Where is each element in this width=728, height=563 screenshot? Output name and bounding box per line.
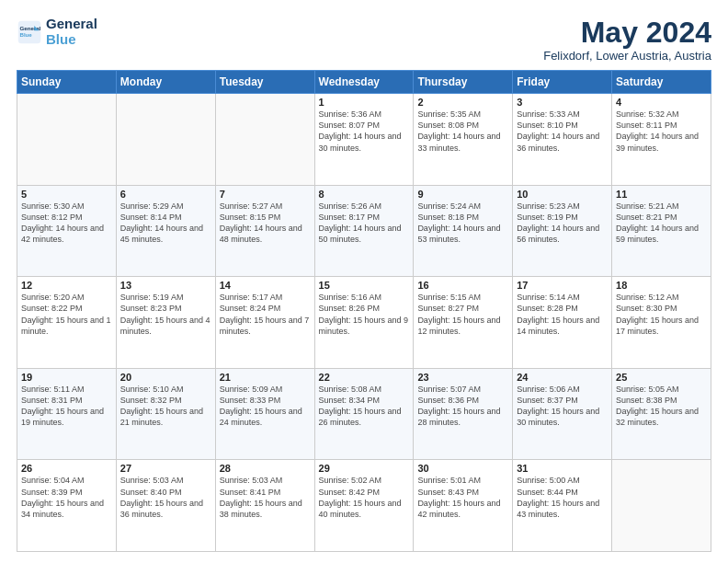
calendar-table: SundayMondayTuesdayWednesdayThursdayFrid… bbox=[17, 70, 711, 552]
day-info: Sunrise: 5:29 AMSunset: 8:14 PMDaylight:… bbox=[120, 201, 211, 246]
day-header-friday: Friday bbox=[513, 71, 612, 94]
title-block: May 2024 Felixdorf, Lower Austria, Austr… bbox=[543, 17, 711, 63]
calendar-cell: 13Sunrise: 5:19 AMSunset: 8:23 PMDayligh… bbox=[116, 277, 215, 369]
day-number: 26 bbox=[21, 463, 112, 474]
calendar-header-row: SundayMondayTuesdayWednesdayThursdayFrid… bbox=[17, 71, 711, 94]
day-number: 4 bbox=[616, 97, 707, 108]
calendar-cell: 1Sunrise: 5:36 AMSunset: 8:07 PMDaylight… bbox=[314, 94, 414, 186]
day-header-sunday: Sunday bbox=[17, 71, 117, 94]
day-number: 12 bbox=[21, 280, 112, 291]
calendar-cell: 19Sunrise: 5:11 AMSunset: 8:31 PMDayligh… bbox=[17, 368, 117, 460]
day-header-tuesday: Tuesday bbox=[215, 71, 314, 94]
day-number: 15 bbox=[319, 280, 410, 291]
calendar-cell: 4Sunrise: 5:32 AMSunset: 8:11 PMDaylight… bbox=[612, 94, 711, 186]
calendar-cell: 30Sunrise: 5:01 AMSunset: 8:43 PMDayligh… bbox=[414, 460, 513, 552]
day-info: Sunrise: 5:02 AMSunset: 8:42 PMDaylight:… bbox=[319, 475, 410, 520]
svg-text:Blue: Blue bbox=[20, 31, 33, 38]
day-header-wednesday: Wednesday bbox=[314, 71, 414, 94]
calendar-week-3: 12Sunrise: 5:20 AMSunset: 8:22 PMDayligh… bbox=[17, 277, 711, 369]
day-info: Sunrise: 5:04 AMSunset: 8:39 PMDaylight:… bbox=[21, 475, 112, 520]
calendar-cell: 21Sunrise: 5:09 AMSunset: 8:33 PMDayligh… bbox=[215, 368, 314, 460]
day-info: Sunrise: 5:20 AMSunset: 8:22 PMDaylight:… bbox=[21, 292, 112, 337]
day-info: Sunrise: 5:03 AMSunset: 8:41 PMDaylight:… bbox=[220, 475, 311, 520]
calendar-cell bbox=[17, 94, 117, 186]
calendar-cell bbox=[116, 94, 215, 186]
page: General Blue General Blue May 2024 Felix… bbox=[0, 0, 728, 563]
calendar-cell: 2Sunrise: 5:35 AMSunset: 8:08 PMDaylight… bbox=[414, 94, 513, 186]
day-number: 16 bbox=[417, 280, 508, 291]
calendar-cell: 24Sunrise: 5:06 AMSunset: 8:37 PMDayligh… bbox=[513, 368, 612, 460]
day-header-saturday: Saturday bbox=[612, 71, 711, 94]
day-info: Sunrise: 5:11 AMSunset: 8:31 PMDaylight:… bbox=[21, 384, 112, 429]
subtitle: Felixdorf, Lower Austria, Austria bbox=[543, 49, 711, 63]
day-info: Sunrise: 5:12 AMSunset: 8:30 PMDaylight:… bbox=[616, 292, 707, 337]
calendar-cell bbox=[215, 94, 314, 186]
calendar-cell: 25Sunrise: 5:05 AMSunset: 8:38 PMDayligh… bbox=[612, 368, 711, 460]
day-number: 3 bbox=[517, 97, 608, 108]
day-number: 31 bbox=[517, 463, 608, 474]
day-info: Sunrise: 5:05 AMSunset: 8:38 PMDaylight:… bbox=[616, 384, 707, 429]
day-info: Sunrise: 5:16 AMSunset: 8:26 PMDaylight:… bbox=[319, 292, 410, 337]
day-number: 30 bbox=[417, 463, 508, 474]
logo-text: General Blue bbox=[46, 17, 97, 47]
day-info: Sunrise: 5:06 AMSunset: 8:37 PMDaylight:… bbox=[517, 384, 608, 429]
day-number: 14 bbox=[220, 280, 311, 291]
calendar-cell: 29Sunrise: 5:02 AMSunset: 8:42 PMDayligh… bbox=[314, 460, 414, 552]
calendar-week-4: 19Sunrise: 5:11 AMSunset: 8:31 PMDayligh… bbox=[17, 368, 711, 460]
calendar-cell: 9Sunrise: 5:24 AMSunset: 8:18 PMDaylight… bbox=[414, 185, 513, 277]
day-number: 5 bbox=[21, 189, 112, 200]
calendar-cell: 8Sunrise: 5:26 AMSunset: 8:17 PMDaylight… bbox=[314, 185, 414, 277]
calendar-cell bbox=[612, 460, 711, 552]
day-number: 8 bbox=[319, 189, 410, 200]
day-info: Sunrise: 5:23 AMSunset: 8:19 PMDaylight:… bbox=[517, 201, 608, 246]
day-info: Sunrise: 5:26 AMSunset: 8:17 PMDaylight:… bbox=[319, 201, 410, 246]
calendar-cell: 15Sunrise: 5:16 AMSunset: 8:26 PMDayligh… bbox=[314, 277, 414, 369]
day-number: 28 bbox=[220, 463, 311, 474]
day-number: 27 bbox=[120, 463, 211, 474]
calendar-cell: 16Sunrise: 5:15 AMSunset: 8:27 PMDayligh… bbox=[414, 277, 513, 369]
day-number: 1 bbox=[319, 97, 410, 108]
calendar-cell: 22Sunrise: 5:08 AMSunset: 8:34 PMDayligh… bbox=[314, 368, 414, 460]
day-number: 20 bbox=[120, 372, 211, 383]
day-info: Sunrise: 5:19 AMSunset: 8:23 PMDaylight:… bbox=[120, 292, 211, 337]
calendar-week-2: 5Sunrise: 5:30 AMSunset: 8:12 PMDaylight… bbox=[17, 185, 711, 277]
calendar-cell: 20Sunrise: 5:10 AMSunset: 8:32 PMDayligh… bbox=[116, 368, 215, 460]
calendar-cell: 12Sunrise: 5:20 AMSunset: 8:22 PMDayligh… bbox=[17, 277, 117, 369]
day-info: Sunrise: 5:14 AMSunset: 8:28 PMDaylight:… bbox=[517, 292, 608, 337]
day-number: 25 bbox=[616, 372, 707, 383]
logo: General Blue General Blue bbox=[17, 17, 97, 47]
day-info: Sunrise: 5:03 AMSunset: 8:40 PMDaylight:… bbox=[120, 475, 211, 520]
main-title: May 2024 bbox=[543, 17, 711, 49]
day-number: 13 bbox=[120, 280, 211, 291]
day-number: 6 bbox=[120, 189, 211, 200]
day-header-monday: Monday bbox=[116, 71, 215, 94]
calendar-cell: 26Sunrise: 5:04 AMSunset: 8:39 PMDayligh… bbox=[17, 460, 117, 552]
calendar-week-5: 26Sunrise: 5:04 AMSunset: 8:39 PMDayligh… bbox=[17, 460, 711, 552]
day-info: Sunrise: 5:21 AMSunset: 8:21 PMDaylight:… bbox=[616, 201, 707, 246]
calendar-cell: 17Sunrise: 5:14 AMSunset: 8:28 PMDayligh… bbox=[513, 277, 612, 369]
calendar-cell: 5Sunrise: 5:30 AMSunset: 8:12 PMDaylight… bbox=[17, 185, 117, 277]
day-info: Sunrise: 5:30 AMSunset: 8:12 PMDaylight:… bbox=[21, 201, 112, 246]
day-info: Sunrise: 5:08 AMSunset: 8:34 PMDaylight:… bbox=[319, 384, 410, 429]
day-info: Sunrise: 5:01 AMSunset: 8:43 PMDaylight:… bbox=[417, 475, 508, 520]
logo-icon: General Blue bbox=[17, 19, 42, 45]
calendar-cell: 11Sunrise: 5:21 AMSunset: 8:21 PMDayligh… bbox=[612, 185, 711, 277]
calendar-cell: 27Sunrise: 5:03 AMSunset: 8:40 PMDayligh… bbox=[116, 460, 215, 552]
day-info: Sunrise: 5:33 AMSunset: 8:10 PMDaylight:… bbox=[517, 109, 608, 154]
calendar-cell: 10Sunrise: 5:23 AMSunset: 8:19 PMDayligh… bbox=[513, 185, 612, 277]
day-info: Sunrise: 5:09 AMSunset: 8:33 PMDaylight:… bbox=[220, 384, 311, 429]
day-number: 7 bbox=[220, 189, 311, 200]
day-number: 2 bbox=[417, 97, 508, 108]
calendar-cell: 14Sunrise: 5:17 AMSunset: 8:24 PMDayligh… bbox=[215, 277, 314, 369]
header: General Blue General Blue May 2024 Felix… bbox=[17, 17, 711, 63]
day-number: 10 bbox=[517, 189, 608, 200]
day-info: Sunrise: 5:15 AMSunset: 8:27 PMDaylight:… bbox=[417, 292, 508, 337]
day-header-thursday: Thursday bbox=[414, 71, 513, 94]
day-number: 22 bbox=[319, 372, 410, 383]
day-number: 29 bbox=[319, 463, 410, 474]
day-number: 11 bbox=[616, 189, 707, 200]
calendar-cell: 23Sunrise: 5:07 AMSunset: 8:36 PMDayligh… bbox=[414, 368, 513, 460]
calendar-week-1: 1Sunrise: 5:36 AMSunset: 8:07 PMDaylight… bbox=[17, 94, 711, 186]
calendar-cell: 28Sunrise: 5:03 AMSunset: 8:41 PMDayligh… bbox=[215, 460, 314, 552]
day-number: 21 bbox=[220, 372, 311, 383]
